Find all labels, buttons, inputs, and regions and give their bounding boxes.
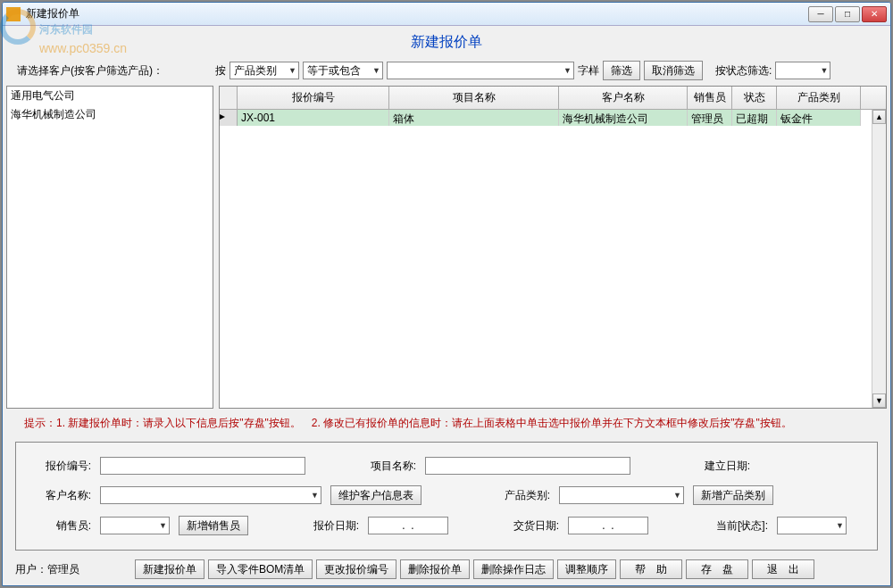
scroll-down-icon[interactable]: ▼: [872, 393, 886, 408]
filter-cond-dropdown[interactable]: 等于或包含: [303, 62, 383, 79]
titlebar: 新建报价单 ─ □ ✕: [3, 3, 890, 26]
th-status[interactable]: 状态: [732, 87, 777, 109]
cell-status: 已超期: [732, 110, 777, 126]
add-sales-button[interactable]: 新增销售员: [179, 516, 248, 535]
maintain-customer-button[interactable]: 维护客户信息表: [330, 485, 421, 505]
hint-text: 提示：1. 新建报价单时：请录入以下信息后按"存盘"按钮。 2. 修改已有报价单…: [6, 409, 887, 438]
edit-form: 报价编号: 项目名称: 建立日期: 客户名称: 维护客户信息表 产品类别: 新增…: [15, 442, 878, 551]
sidebar-label: 请选择客户(按客户筛选产品)：: [6, 63, 212, 79]
label-project: 项目名称:: [359, 459, 416, 474]
cell-sales: 管理员: [688, 110, 732, 126]
filter-suffix: 字样: [578, 63, 599, 79]
adjust-order-button[interactable]: 调整顺序: [557, 559, 616, 579]
help-button[interactable]: 帮 助: [620, 559, 682, 579]
label-create-date: 建立日期:: [693, 459, 750, 474]
cell-project: 箱体: [389, 110, 559, 126]
delivery-date-input[interactable]: [568, 517, 648, 534]
state-filter-dropdown[interactable]: [775, 62, 830, 79]
label-quote-date: 报价日期:: [302, 518, 359, 534]
cancel-filter-button[interactable]: 取消筛选: [644, 61, 703, 80]
quote-date-input[interactable]: [368, 517, 448, 534]
cell-customer: 海华机械制造公司: [559, 110, 688, 126]
delete-quote-button[interactable]: 删除报价单: [400, 559, 470, 579]
maximize-button[interactable]: □: [835, 6, 860, 22]
scroll-up-icon[interactable]: ▲: [872, 110, 886, 124]
exit-button[interactable]: 退 出: [752, 559, 814, 579]
user-label: 用户：管理员: [15, 562, 131, 577]
app-icon: [6, 7, 21, 21]
filter-by-dropdown[interactable]: 产品类别: [230, 62, 299, 79]
label-sales: 销售员:: [34, 518, 91, 534]
project-input[interactable]: [425, 457, 630, 475]
th-category[interactable]: 产品类别: [777, 87, 861, 109]
sales-dropdown[interactable]: [100, 517, 170, 534]
th-quote-no[interactable]: 报价编号: [238, 87, 389, 109]
window-title: 新建报价单: [26, 6, 808, 21]
save-button[interactable]: 存 盘: [686, 559, 748, 579]
quote-no-input[interactable]: [100, 457, 305, 475]
label-delivery-date: 交货日期:: [502, 518, 559, 534]
label-current-status: 当前[状态]:: [711, 518, 768, 534]
list-item[interactable]: 通用电气公司: [7, 87, 213, 105]
category-dropdown[interactable]: [559, 486, 684, 504]
th-customer[interactable]: 客户名称: [559, 87, 688, 109]
add-category-button[interactable]: 新增产品类别: [693, 485, 773, 505]
scrollbar-vertical[interactable]: ▲ ▼: [872, 110, 886, 408]
filter-button[interactable]: 筛选: [603, 61, 640, 80]
label-category: 产品类别:: [493, 488, 550, 503]
cell-category: 钣金件: [777, 110, 861, 126]
page-title: 新建报价单: [6, 29, 887, 59]
cell-quote-no: JX-001: [238, 110, 389, 126]
th-project[interactable]: 项目名称: [389, 87, 559, 109]
minimize-button[interactable]: ─: [808, 6, 833, 22]
delete-log-button[interactable]: 删除操作日志: [473, 559, 554, 579]
label-customer: 客户名称:: [34, 488, 91, 503]
customer-dropdown[interactable]: [100, 486, 321, 504]
status-dropdown[interactable]: [777, 517, 847, 534]
close-button[interactable]: ✕: [862, 6, 887, 22]
table-row[interactable]: ▸ JX-001 箱体 海华机械制造公司 管理员 已超期 钣金件: [220, 110, 886, 126]
list-item[interactable]: 海华机械制造公司: [7, 105, 213, 124]
import-bom-button[interactable]: 导入零件BOM清单: [208, 559, 313, 579]
customer-listbox[interactable]: 通用电气公司 海华机械制造公司: [6, 86, 213, 409]
filter-by-label: 按: [215, 63, 226, 79]
th-sales[interactable]: 销售员: [688, 87, 732, 109]
quote-table: 报价编号 项目名称 客户名称 销售员 状态 产品类别 ▸ JX-001 箱体 海…: [219, 86, 887, 409]
new-quote-button[interactable]: 新建报价单: [135, 559, 204, 579]
filter-text-dropdown[interactable]: [387, 62, 574, 79]
change-quote-no-button[interactable]: 更改报价编号: [316, 559, 396, 579]
label-quote-no: 报价编号:: [34, 459, 91, 474]
state-filter-label: 按状态筛选:: [715, 63, 772, 79]
